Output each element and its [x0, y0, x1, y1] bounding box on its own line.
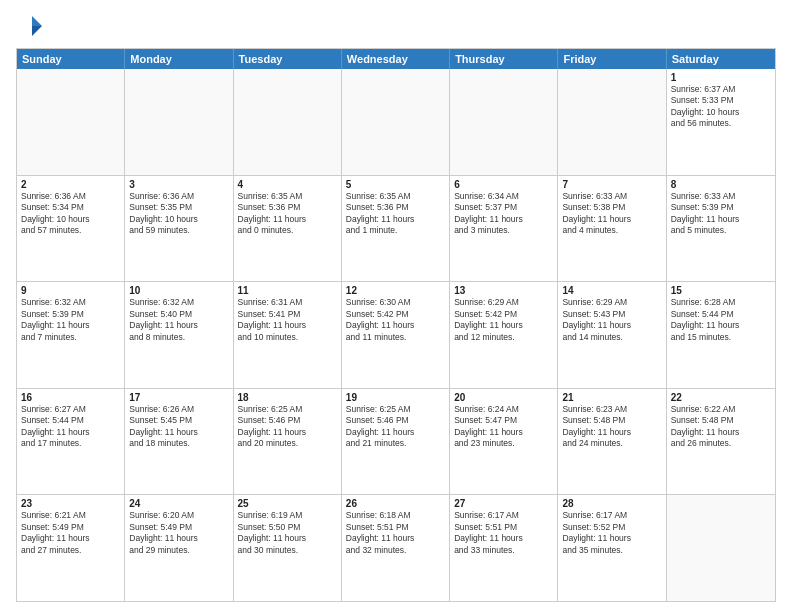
day-cell-21: 21Sunrise: 6:23 AM Sunset: 5:48 PM Dayli…	[558, 389, 666, 495]
day-cell-20: 20Sunrise: 6:24 AM Sunset: 5:47 PM Dayli…	[450, 389, 558, 495]
cell-info: Sunrise: 6:19 AM Sunset: 5:50 PM Dayligh…	[238, 510, 337, 556]
empty-cell	[342, 69, 450, 175]
day-number: 8	[671, 179, 771, 190]
day-number: 10	[129, 285, 228, 296]
cell-info: Sunrise: 6:35 AM Sunset: 5:36 PM Dayligh…	[238, 191, 337, 237]
day-cell-26: 26Sunrise: 6:18 AM Sunset: 5:51 PM Dayli…	[342, 495, 450, 601]
day-cell-23: 23Sunrise: 6:21 AM Sunset: 5:49 PM Dayli…	[17, 495, 125, 601]
day-number: 3	[129, 179, 228, 190]
day-number: 7	[562, 179, 661, 190]
day-number: 23	[21, 498, 120, 509]
day-cell-6: 6Sunrise: 6:34 AM Sunset: 5:37 PM Daylig…	[450, 176, 558, 282]
day-number: 26	[346, 498, 445, 509]
cell-info: Sunrise: 6:33 AM Sunset: 5:39 PM Dayligh…	[671, 191, 771, 237]
day-number: 17	[129, 392, 228, 403]
cell-info: Sunrise: 6:21 AM Sunset: 5:49 PM Dayligh…	[21, 510, 120, 556]
calendar-body: 1Sunrise: 6:37 AM Sunset: 5:33 PM Daylig…	[17, 69, 775, 601]
cell-info: Sunrise: 6:23 AM Sunset: 5:48 PM Dayligh…	[562, 404, 661, 450]
day-cell-11: 11Sunrise: 6:31 AM Sunset: 5:41 PM Dayli…	[234, 282, 342, 388]
day-cell-22: 22Sunrise: 6:22 AM Sunset: 5:48 PM Dayli…	[667, 389, 775, 495]
calendar-row-2: 2Sunrise: 6:36 AM Sunset: 5:34 PM Daylig…	[17, 175, 775, 282]
day-cell-4: 4Sunrise: 6:35 AM Sunset: 5:36 PM Daylig…	[234, 176, 342, 282]
day-number: 22	[671, 392, 771, 403]
day-cell-1: 1Sunrise: 6:37 AM Sunset: 5:33 PM Daylig…	[667, 69, 775, 175]
day-number: 25	[238, 498, 337, 509]
cell-info: Sunrise: 6:22 AM Sunset: 5:48 PM Dayligh…	[671, 404, 771, 450]
day-cell-15: 15Sunrise: 6:28 AM Sunset: 5:44 PM Dayli…	[667, 282, 775, 388]
day-number: 4	[238, 179, 337, 190]
svg-rect-2	[18, 16, 32, 36]
cell-info: Sunrise: 6:27 AM Sunset: 5:44 PM Dayligh…	[21, 404, 120, 450]
day-cell-8: 8Sunrise: 6:33 AM Sunset: 5:39 PM Daylig…	[667, 176, 775, 282]
cell-info: Sunrise: 6:36 AM Sunset: 5:34 PM Dayligh…	[21, 191, 120, 237]
day-cell-5: 5Sunrise: 6:35 AM Sunset: 5:36 PM Daylig…	[342, 176, 450, 282]
day-header-sunday: Sunday	[17, 49, 125, 69]
cell-info: Sunrise: 6:33 AM Sunset: 5:38 PM Dayligh…	[562, 191, 661, 237]
cell-info: Sunrise: 6:32 AM Sunset: 5:39 PM Dayligh…	[21, 297, 120, 343]
empty-cell	[234, 69, 342, 175]
day-number: 9	[21, 285, 120, 296]
cell-info: Sunrise: 6:18 AM Sunset: 5:51 PM Dayligh…	[346, 510, 445, 556]
cell-info: Sunrise: 6:30 AM Sunset: 5:42 PM Dayligh…	[346, 297, 445, 343]
day-cell-3: 3Sunrise: 6:36 AM Sunset: 5:35 PM Daylig…	[125, 176, 233, 282]
empty-cell	[558, 69, 666, 175]
day-cell-14: 14Sunrise: 6:29 AM Sunset: 5:43 PM Dayli…	[558, 282, 666, 388]
cell-info: Sunrise: 6:35 AM Sunset: 5:36 PM Dayligh…	[346, 191, 445, 237]
day-cell-17: 17Sunrise: 6:26 AM Sunset: 5:45 PM Dayli…	[125, 389, 233, 495]
day-header-wednesday: Wednesday	[342, 49, 450, 69]
logo-icon	[16, 12, 44, 40]
empty-cell	[450, 69, 558, 175]
day-number: 16	[21, 392, 120, 403]
empty-cell	[125, 69, 233, 175]
day-cell-10: 10Sunrise: 6:32 AM Sunset: 5:40 PM Dayli…	[125, 282, 233, 388]
empty-cell	[667, 495, 775, 601]
day-number: 24	[129, 498, 228, 509]
day-cell-25: 25Sunrise: 6:19 AM Sunset: 5:50 PM Dayli…	[234, 495, 342, 601]
cell-info: Sunrise: 6:17 AM Sunset: 5:51 PM Dayligh…	[454, 510, 553, 556]
cell-info: Sunrise: 6:34 AM Sunset: 5:37 PM Dayligh…	[454, 191, 553, 237]
day-number: 2	[21, 179, 120, 190]
cell-info: Sunrise: 6:17 AM Sunset: 5:52 PM Dayligh…	[562, 510, 661, 556]
day-cell-9: 9Sunrise: 6:32 AM Sunset: 5:39 PM Daylig…	[17, 282, 125, 388]
day-number: 21	[562, 392, 661, 403]
day-header-monday: Monday	[125, 49, 233, 69]
day-cell-28: 28Sunrise: 6:17 AM Sunset: 5:52 PM Dayli…	[558, 495, 666, 601]
day-header-saturday: Saturday	[667, 49, 775, 69]
page: SundayMondayTuesdayWednesdayThursdayFrid…	[0, 0, 792, 612]
day-number: 15	[671, 285, 771, 296]
day-cell-12: 12Sunrise: 6:30 AM Sunset: 5:42 PM Dayli…	[342, 282, 450, 388]
cell-info: Sunrise: 6:25 AM Sunset: 5:46 PM Dayligh…	[238, 404, 337, 450]
svg-marker-1	[32, 26, 42, 36]
day-number: 27	[454, 498, 553, 509]
day-number: 18	[238, 392, 337, 403]
calendar-row-1: 1Sunrise: 6:37 AM Sunset: 5:33 PM Daylig…	[17, 69, 775, 175]
cell-info: Sunrise: 6:26 AM Sunset: 5:45 PM Dayligh…	[129, 404, 228, 450]
cell-info: Sunrise: 6:25 AM Sunset: 5:46 PM Dayligh…	[346, 404, 445, 450]
day-header-thursday: Thursday	[450, 49, 558, 69]
day-number: 20	[454, 392, 553, 403]
calendar: SundayMondayTuesdayWednesdayThursdayFrid…	[16, 48, 776, 602]
day-number: 6	[454, 179, 553, 190]
cell-info: Sunrise: 6:28 AM Sunset: 5:44 PM Dayligh…	[671, 297, 771, 343]
day-number: 14	[562, 285, 661, 296]
logo	[16, 12, 48, 40]
day-header-friday: Friday	[558, 49, 666, 69]
day-cell-7: 7Sunrise: 6:33 AM Sunset: 5:38 PM Daylig…	[558, 176, 666, 282]
header	[16, 12, 776, 40]
day-number: 12	[346, 285, 445, 296]
day-cell-13: 13Sunrise: 6:29 AM Sunset: 5:42 PM Dayli…	[450, 282, 558, 388]
cell-info: Sunrise: 6:36 AM Sunset: 5:35 PM Dayligh…	[129, 191, 228, 237]
cell-info: Sunrise: 6:31 AM Sunset: 5:41 PM Dayligh…	[238, 297, 337, 343]
day-header-tuesday: Tuesday	[234, 49, 342, 69]
cell-info: Sunrise: 6:37 AM Sunset: 5:33 PM Dayligh…	[671, 84, 771, 130]
day-cell-19: 19Sunrise: 6:25 AM Sunset: 5:46 PM Dayli…	[342, 389, 450, 495]
day-cell-2: 2Sunrise: 6:36 AM Sunset: 5:34 PM Daylig…	[17, 176, 125, 282]
cell-info: Sunrise: 6:20 AM Sunset: 5:49 PM Dayligh…	[129, 510, 228, 556]
cell-info: Sunrise: 6:24 AM Sunset: 5:47 PM Dayligh…	[454, 404, 553, 450]
calendar-row-3: 9Sunrise: 6:32 AM Sunset: 5:39 PM Daylig…	[17, 281, 775, 388]
day-number: 1	[671, 72, 771, 83]
empty-cell	[17, 69, 125, 175]
svg-marker-0	[32, 16, 42, 26]
day-number: 28	[562, 498, 661, 509]
cell-info: Sunrise: 6:29 AM Sunset: 5:43 PM Dayligh…	[562, 297, 661, 343]
